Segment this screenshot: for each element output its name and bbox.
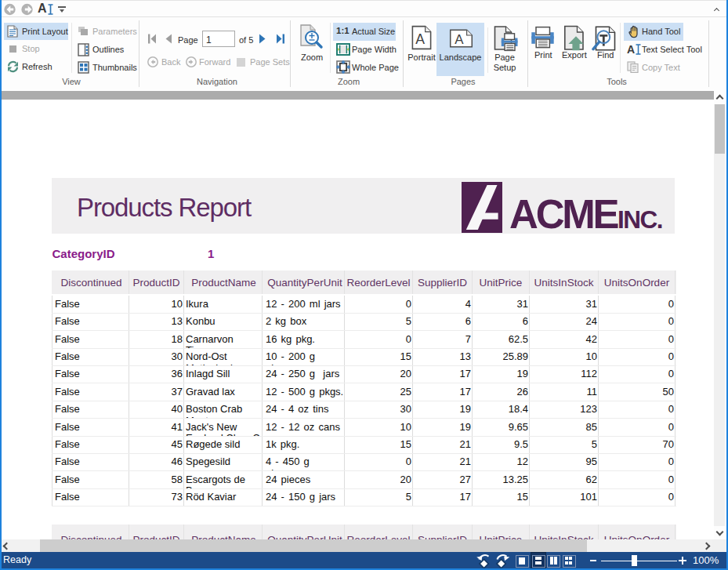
svg-text:A: A	[415, 31, 425, 47]
svg-text:A: A	[455, 32, 464, 47]
